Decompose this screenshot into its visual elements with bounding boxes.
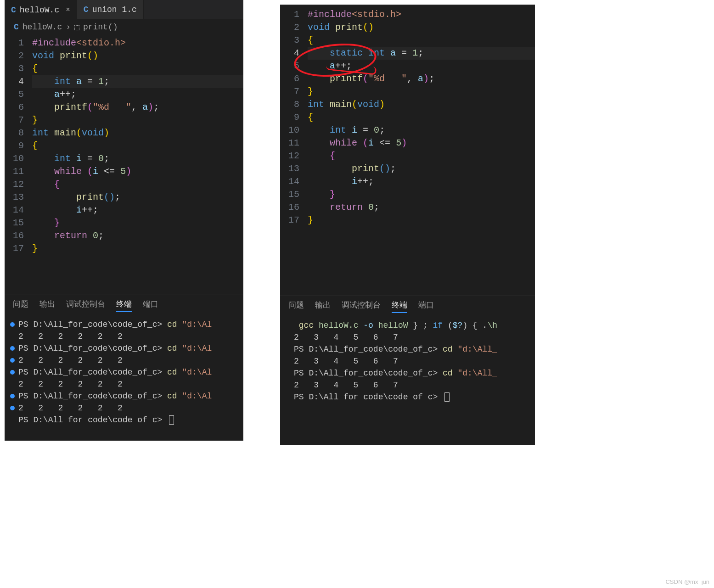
code-line[interactable]: i++; bbox=[32, 204, 243, 217]
code-line[interactable]: void print() bbox=[308, 21, 535, 34]
code-line[interactable]: int i = 0; bbox=[32, 152, 243, 165]
line-number: 2 bbox=[5, 50, 24, 62]
line-number: 1 bbox=[5, 37, 24, 50]
line-number: 14 bbox=[280, 175, 299, 188]
terminal-line: 2 2 2 2 2 2 bbox=[10, 378, 238, 390]
code-lines[interactable]: #include<stdio.h>void print(){ int a = 1… bbox=[32, 37, 243, 255]
code-line[interactable]: } bbox=[32, 114, 243, 127]
line-gutter: 1234567891011121314151617 bbox=[280, 8, 308, 227]
line-number: 7 bbox=[280, 85, 299, 98]
code-editor[interactable]: 1234567891011121314151617 #include<stdio… bbox=[5, 35, 243, 255]
code-line[interactable]: printf("%d ", a); bbox=[308, 73, 535, 85]
line-number: 11 bbox=[280, 137, 299, 150]
breadcrumb-file: helloW.c bbox=[22, 22, 62, 32]
code-line[interactable]: print(); bbox=[308, 162, 535, 175]
line-number: 6 bbox=[280, 73, 299, 85]
code-line[interactable]: { bbox=[32, 178, 243, 191]
code-line[interactable]: { bbox=[308, 34, 535, 47]
breadcrumb[interactable]: C helloW.c › ⬚ print() bbox=[5, 19, 243, 35]
code-line[interactable]: { bbox=[32, 62, 243, 75]
panel-tab[interactable]: 调试控制台 bbox=[66, 299, 105, 312]
terminal-line: PS D:\All_for_code\code_of_c> cd "d:\All… bbox=[286, 343, 529, 355]
line-number: 10 bbox=[280, 124, 299, 137]
code-line[interactable]: #include<stdio.h> bbox=[32, 37, 243, 50]
code-line[interactable]: } bbox=[32, 217, 243, 230]
terminal[interactable]: PS D:\All_for_code\code_of_c> cd "d:\Al2… bbox=[5, 317, 243, 431]
terminal-line: PS D:\All_for_code\code_of_c> bbox=[286, 391, 529, 403]
terminal-line: PS D:\All_for_code\code_of_c> bbox=[10, 414, 238, 426]
code-line[interactable]: while (i <= 5) bbox=[308, 137, 535, 150]
code-line[interactable]: print(); bbox=[32, 191, 243, 204]
code-line[interactable]: a++; bbox=[308, 60, 535, 73]
terminal[interactable]: gcc helloW.c -o helloW } ; if ($?) { .\h… bbox=[280, 318, 535, 408]
close-icon[interactable]: × bbox=[66, 6, 70, 14]
panel-tab[interactable]: 调试控制台 bbox=[342, 300, 381, 313]
code-line[interactable]: int main(void) bbox=[32, 127, 243, 140]
status-dot-icon bbox=[10, 322, 15, 327]
code-line[interactable]: int i = 0; bbox=[308, 124, 535, 137]
code-line[interactable]: { bbox=[308, 150, 535, 162]
panel-tab[interactable]: 端口 bbox=[418, 300, 434, 313]
code-line[interactable]: return 0; bbox=[308, 201, 535, 214]
code-line[interactable]: { bbox=[32, 140, 243, 152]
terminal-text: 2 2 2 2 2 2 bbox=[18, 354, 123, 366]
panel-tab[interactable]: 终端 bbox=[392, 300, 407, 313]
code-line[interactable]: while (i <= 5) bbox=[32, 165, 243, 178]
editor-pane-left: ChelloW.c×Cunion 1.c C helloW.c › ⬚ prin… bbox=[5, 0, 243, 441]
code-lines[interactable]: #include<stdio.h>void print(){ static in… bbox=[308, 8, 535, 227]
panel-tab[interactable]: 端口 bbox=[143, 299, 158, 312]
code-line[interactable]: { bbox=[308, 111, 535, 124]
line-number: 16 bbox=[5, 230, 24, 242]
code-editor[interactable]: 1234567891011121314151617 #include<stdio… bbox=[280, 5, 535, 227]
code-line[interactable]: return 0; bbox=[32, 230, 243, 242]
code-line[interactable]: int a = 1; bbox=[32, 75, 243, 88]
code-line[interactable]: } bbox=[308, 85, 535, 98]
terminal-line: 2 2 2 2 2 2 bbox=[10, 354, 238, 366]
line-number: 4 bbox=[5, 75, 24, 88]
status-dot-icon bbox=[10, 358, 15, 363]
editor-tab[interactable]: Cunion 1.c bbox=[77, 0, 144, 19]
terminal-text: 2 3 4 5 6 7 bbox=[294, 379, 398, 391]
terminal-line: PS D:\All_for_code\code_of_c> cd "d:\Al bbox=[10, 319, 238, 330]
terminal-line: 2 3 4 5 6 7 bbox=[286, 379, 529, 391]
code-line[interactable]: } bbox=[32, 242, 243, 255]
code-line[interactable]: i++; bbox=[308, 175, 535, 188]
line-number: 14 bbox=[5, 204, 24, 217]
panel-tab[interactable]: 输出 bbox=[39, 299, 55, 312]
line-number: 11 bbox=[5, 165, 24, 178]
line-number: 8 bbox=[5, 127, 24, 140]
code-line[interactable]: } bbox=[308, 188, 535, 201]
code-line[interactable]: void print() bbox=[32, 50, 243, 62]
chevron-right-icon: › bbox=[66, 22, 71, 32]
status-dot-icon bbox=[10, 406, 15, 410]
line-number: 5 bbox=[280, 60, 299, 73]
line-gutter: 1234567891011121314151617 bbox=[5, 37, 32, 255]
line-number: 10 bbox=[5, 152, 24, 165]
panel-tab[interactable]: 问题 bbox=[13, 299, 28, 312]
editor-tab[interactable]: ChelloW.c× bbox=[5, 0, 77, 19]
watermark-text: CSDN @mx_jun bbox=[665, 578, 709, 585]
code-line[interactable]: static int a = 1; bbox=[308, 47, 535, 60]
code-line[interactable]: int main(void) bbox=[308, 98, 535, 111]
code-line[interactable]: } bbox=[308, 214, 535, 227]
code-line[interactable]: printf("%d ", a); bbox=[32, 101, 243, 114]
code-line[interactable]: #include<stdio.h> bbox=[308, 8, 535, 21]
line-number: 8 bbox=[280, 98, 299, 111]
terminal-text: PS D:\All_for_code\code_of_c> cd "d:\Al bbox=[18, 390, 212, 402]
c-file-icon: C bbox=[14, 22, 19, 32]
panel-tab[interactable]: 终端 bbox=[116, 299, 132, 312]
terminal-text: PS D:\All_for_code\code_of_c> cd "d:\Al bbox=[18, 366, 212, 378]
panel-tab[interactable]: 问题 bbox=[288, 300, 304, 313]
terminal-text: 2 2 2 2 2 2 bbox=[18, 378, 123, 390]
line-number: 12 bbox=[5, 178, 24, 191]
tab-label: union 1.c bbox=[92, 5, 137, 14]
line-number: 9 bbox=[5, 140, 24, 152]
panel-tab[interactable]: 输出 bbox=[315, 300, 331, 313]
terminal-line: PS D:\All_for_code\code_of_c> cd "d:\Al bbox=[10, 342, 238, 354]
line-number: 13 bbox=[5, 191, 24, 204]
terminal-text: 2 2 2 2 2 2 bbox=[18, 402, 123, 414]
line-number: 6 bbox=[5, 101, 24, 114]
line-number: 7 bbox=[5, 114, 24, 127]
code-line[interactable]: a++; bbox=[32, 88, 243, 101]
terminal-text: 2 3 4 5 6 7 bbox=[294, 331, 398, 343]
